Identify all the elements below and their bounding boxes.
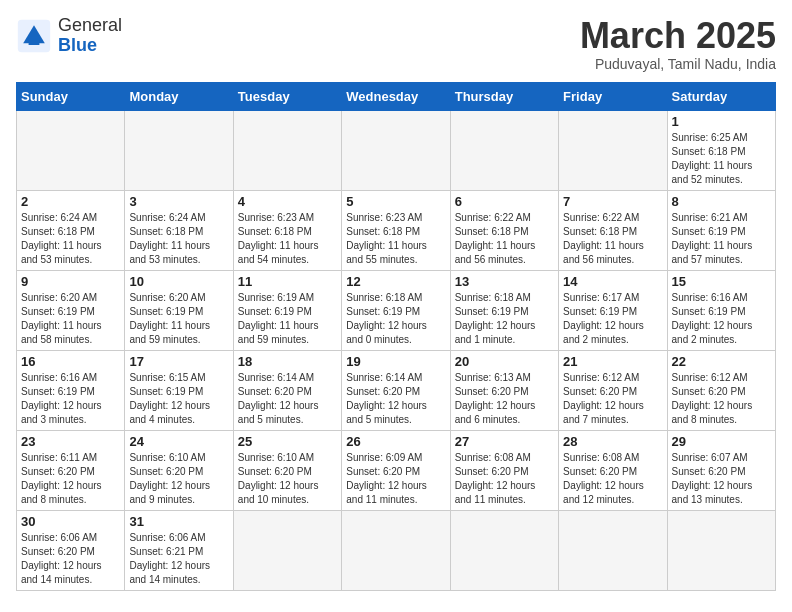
day-info: Sunrise: 6:18 AM Sunset: 6:19 PM Dayligh…: [346, 291, 445, 347]
day-info: Sunrise: 6:24 AM Sunset: 6:18 PM Dayligh…: [21, 211, 120, 267]
calendar-day-cell: 15Sunrise: 6:16 AM Sunset: 6:19 PM Dayli…: [667, 270, 775, 350]
day-info: Sunrise: 6:18 AM Sunset: 6:19 PM Dayligh…: [455, 291, 554, 347]
day-info: Sunrise: 6:10 AM Sunset: 6:20 PM Dayligh…: [129, 451, 228, 507]
calendar-day-cell: 21Sunrise: 6:12 AM Sunset: 6:20 PM Dayli…: [559, 350, 667, 430]
day-number: 26: [346, 434, 445, 449]
day-info: Sunrise: 6:08 AM Sunset: 6:20 PM Dayligh…: [455, 451, 554, 507]
calendar-day-cell: 23Sunrise: 6:11 AM Sunset: 6:20 PM Dayli…: [17, 430, 125, 510]
weekday-header: Wednesday: [342, 82, 450, 110]
logo-text: General Blue: [58, 16, 122, 56]
weekday-header: Saturday: [667, 82, 775, 110]
month-title: March 2025: [580, 16, 776, 56]
calendar-day-cell: [342, 110, 450, 190]
day-info: Sunrise: 6:16 AM Sunset: 6:19 PM Dayligh…: [21, 371, 120, 427]
calendar-day-cell: 31Sunrise: 6:06 AM Sunset: 6:21 PM Dayli…: [125, 510, 233, 590]
svg-rect-2: [29, 38, 40, 45]
calendar-day-cell: 27Sunrise: 6:08 AM Sunset: 6:20 PM Dayli…: [450, 430, 558, 510]
location-subtitle: Puduvayal, Tamil Nadu, India: [580, 56, 776, 72]
calendar-week-row: 30Sunrise: 6:06 AM Sunset: 6:20 PM Dayli…: [17, 510, 776, 590]
calendar-day-cell: 16Sunrise: 6:16 AM Sunset: 6:19 PM Dayli…: [17, 350, 125, 430]
calendar-day-cell: [342, 510, 450, 590]
day-number: 2: [21, 194, 120, 209]
weekday-header: Sunday: [17, 82, 125, 110]
day-number: 25: [238, 434, 337, 449]
day-info: Sunrise: 6:17 AM Sunset: 6:19 PM Dayligh…: [563, 291, 662, 347]
calendar-day-cell: 12Sunrise: 6:18 AM Sunset: 6:19 PM Dayli…: [342, 270, 450, 350]
day-info: Sunrise: 6:10 AM Sunset: 6:20 PM Dayligh…: [238, 451, 337, 507]
calendar-day-cell: 8Sunrise: 6:21 AM Sunset: 6:19 PM Daylig…: [667, 190, 775, 270]
weekday-header-row: SundayMondayTuesdayWednesdayThursdayFrid…: [17, 82, 776, 110]
day-number: 10: [129, 274, 228, 289]
calendar-day-cell: 17Sunrise: 6:15 AM Sunset: 6:19 PM Dayli…: [125, 350, 233, 430]
day-number: 16: [21, 354, 120, 369]
day-info: Sunrise: 6:06 AM Sunset: 6:21 PM Dayligh…: [129, 531, 228, 587]
calendar-day-cell: [667, 510, 775, 590]
day-number: 7: [563, 194, 662, 209]
calendar-day-cell: 24Sunrise: 6:10 AM Sunset: 6:20 PM Dayli…: [125, 430, 233, 510]
calendar-day-cell: 11Sunrise: 6:19 AM Sunset: 6:19 PM Dayli…: [233, 270, 341, 350]
day-info: Sunrise: 6:22 AM Sunset: 6:18 PM Dayligh…: [455, 211, 554, 267]
calendar-day-cell: [559, 110, 667, 190]
title-area: March 2025 Puduvayal, Tamil Nadu, India: [580, 16, 776, 72]
day-number: 19: [346, 354, 445, 369]
day-number: 14: [563, 274, 662, 289]
calendar-day-cell: [233, 110, 341, 190]
day-number: 30: [21, 514, 120, 529]
day-info: Sunrise: 6:23 AM Sunset: 6:18 PM Dayligh…: [346, 211, 445, 267]
day-number: 13: [455, 274, 554, 289]
calendar-table: SundayMondayTuesdayWednesdayThursdayFrid…: [16, 82, 776, 591]
calendar-day-cell: 9Sunrise: 6:20 AM Sunset: 6:19 PM Daylig…: [17, 270, 125, 350]
day-number: 4: [238, 194, 337, 209]
day-number: 18: [238, 354, 337, 369]
calendar-day-cell: [233, 510, 341, 590]
day-info: Sunrise: 6:06 AM Sunset: 6:20 PM Dayligh…: [21, 531, 120, 587]
calendar-day-cell: 3Sunrise: 6:24 AM Sunset: 6:18 PM Daylig…: [125, 190, 233, 270]
day-info: Sunrise: 6:24 AM Sunset: 6:18 PM Dayligh…: [129, 211, 228, 267]
day-number: 1: [672, 114, 771, 129]
calendar-day-cell: 29Sunrise: 6:07 AM Sunset: 6:20 PM Dayli…: [667, 430, 775, 510]
calendar-week-row: 16Sunrise: 6:16 AM Sunset: 6:19 PM Dayli…: [17, 350, 776, 430]
calendar-day-cell: 5Sunrise: 6:23 AM Sunset: 6:18 PM Daylig…: [342, 190, 450, 270]
calendar-day-cell: 10Sunrise: 6:20 AM Sunset: 6:19 PM Dayli…: [125, 270, 233, 350]
calendar-day-cell: [450, 510, 558, 590]
day-info: Sunrise: 6:22 AM Sunset: 6:18 PM Dayligh…: [563, 211, 662, 267]
calendar-week-row: 9Sunrise: 6:20 AM Sunset: 6:19 PM Daylig…: [17, 270, 776, 350]
generalblue-logo-icon: [16, 18, 52, 54]
calendar-day-cell: 4Sunrise: 6:23 AM Sunset: 6:18 PM Daylig…: [233, 190, 341, 270]
logo: General Blue: [16, 16, 122, 56]
calendar-day-cell: [125, 110, 233, 190]
day-number: 22: [672, 354, 771, 369]
weekday-header: Monday: [125, 82, 233, 110]
day-number: 8: [672, 194, 771, 209]
weekday-header: Thursday: [450, 82, 558, 110]
day-number: 31: [129, 514, 228, 529]
day-number: 9: [21, 274, 120, 289]
day-info: Sunrise: 6:19 AM Sunset: 6:19 PM Dayligh…: [238, 291, 337, 347]
day-number: 20: [455, 354, 554, 369]
day-info: Sunrise: 6:09 AM Sunset: 6:20 PM Dayligh…: [346, 451, 445, 507]
day-info: Sunrise: 6:12 AM Sunset: 6:20 PM Dayligh…: [672, 371, 771, 427]
calendar-day-cell: 30Sunrise: 6:06 AM Sunset: 6:20 PM Dayli…: [17, 510, 125, 590]
calendar-day-cell: 13Sunrise: 6:18 AM Sunset: 6:19 PM Dayli…: [450, 270, 558, 350]
day-info: Sunrise: 6:20 AM Sunset: 6:19 PM Dayligh…: [21, 291, 120, 347]
page-header: General Blue March 2025 Puduvayal, Tamil…: [16, 16, 776, 72]
day-info: Sunrise: 6:07 AM Sunset: 6:20 PM Dayligh…: [672, 451, 771, 507]
day-number: 29: [672, 434, 771, 449]
day-number: 23: [21, 434, 120, 449]
day-info: Sunrise: 6:08 AM Sunset: 6:20 PM Dayligh…: [563, 451, 662, 507]
weekday-header: Friday: [559, 82, 667, 110]
day-info: Sunrise: 6:23 AM Sunset: 6:18 PM Dayligh…: [238, 211, 337, 267]
calendar-day-cell: 26Sunrise: 6:09 AM Sunset: 6:20 PM Dayli…: [342, 430, 450, 510]
day-info: Sunrise: 6:16 AM Sunset: 6:19 PM Dayligh…: [672, 291, 771, 347]
calendar-week-row: 23Sunrise: 6:11 AM Sunset: 6:20 PM Dayli…: [17, 430, 776, 510]
calendar-day-cell: 20Sunrise: 6:13 AM Sunset: 6:20 PM Dayli…: [450, 350, 558, 430]
day-number: 27: [455, 434, 554, 449]
day-info: Sunrise: 6:20 AM Sunset: 6:19 PM Dayligh…: [129, 291, 228, 347]
calendar-day-cell: 22Sunrise: 6:12 AM Sunset: 6:20 PM Dayli…: [667, 350, 775, 430]
calendar-day-cell: 18Sunrise: 6:14 AM Sunset: 6:20 PM Dayli…: [233, 350, 341, 430]
day-number: 28: [563, 434, 662, 449]
day-info: Sunrise: 6:14 AM Sunset: 6:20 PM Dayligh…: [238, 371, 337, 427]
day-info: Sunrise: 6:11 AM Sunset: 6:20 PM Dayligh…: [21, 451, 120, 507]
day-number: 6: [455, 194, 554, 209]
day-number: 5: [346, 194, 445, 209]
